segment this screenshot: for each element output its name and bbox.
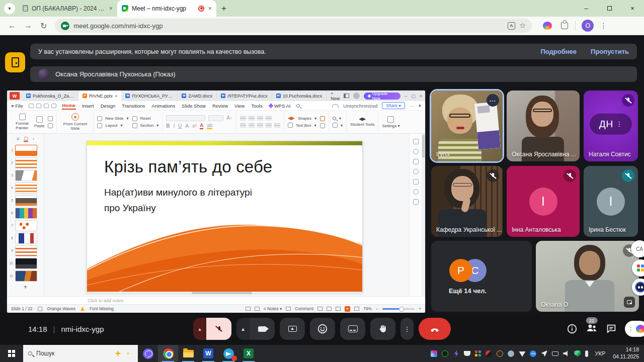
- wps-minimize-icon[interactable]: –: [405, 94, 407, 99]
- participant-tile-kafedra[interactable]: Кафедра Української ...: [431, 166, 503, 237]
- search-icon[interactable]: [296, 104, 300, 108]
- design-tool-icon[interactable]: [413, 159, 419, 164]
- font-missing-warning[interactable]: Font Missing: [90, 306, 114, 311]
- more-tool-icon[interactable]: [413, 199, 419, 205]
- vertical-scrollbar[interactable]: [422, 134, 425, 296]
- tray-mic-icon[interactable]: [585, 350, 588, 357]
- tray-wifi-icon[interactable]: [519, 350, 525, 357]
- font-size-select[interactable]: [208, 115, 223, 121]
- tray-bolt-icon[interactable]: [453, 350, 459, 357]
- wps-doc-tab-active[interactable]: PRIVNE.pptx×: [78, 90, 121, 101]
- line-spacing-icon[interactable]: [266, 116, 272, 121]
- extension-brain-icon[interactable]: [543, 22, 552, 30]
- file-menu[interactable]: ≡ File: [11, 103, 23, 109]
- more-options-button[interactable]: ⋮: [400, 318, 414, 340]
- panel-expand-icon[interactable]: ›: [33, 136, 34, 141]
- task-pane-icon[interactable]: [246, 307, 251, 311]
- slide-thumbnail[interactable]: 11: [7, 269, 44, 282]
- taskbar-app-telegram[interactable]: [218, 345, 238, 362]
- close-tab-icon[interactable]: ×: [109, 5, 113, 12]
- align-right-icon[interactable]: [257, 123, 263, 128]
- taskbar-clock[interactable]: 14:18 04.11.2025: [613, 346, 639, 360]
- more-participants-tile[interactable]: C P Ещё 14 чел.: [431, 241, 532, 312]
- extensions-puzzle-icon[interactable]: [561, 22, 568, 29]
- columns-icon[interactable]: [274, 123, 280, 128]
- align-left-icon[interactable]: [240, 123, 246, 128]
- tray-steam-icon[interactable]: [508, 350, 514, 357]
- taskbar-app-explorer[interactable]: [178, 345, 198, 362]
- upgrade-button[interactable]: Upgrade Now: [364, 93, 400, 100]
- comment-icon[interactable]: [286, 307, 291, 311]
- wps-doc-tab[interactable]: WЛІТЕРАТУРАе.docx: [217, 90, 272, 101]
- cut-icon[interactable]: [48, 116, 53, 121]
- normal-view-icon[interactable]: [317, 307, 323, 311]
- wps-user-avatar[interactable]: [353, 93, 360, 99]
- slide-thumbnail[interactable]: 10: [7, 257, 44, 269]
- zoom-in-button[interactable]: +: [419, 306, 421, 311]
- wps-doc-tab[interactable]: W10.Puchonska.docx: [272, 90, 327, 101]
- sidebar-toggle-icon[interactable]: [255, 307, 260, 311]
- slide[interactable]: Крізь пам’ять до себе Нар(ат)иви минулог…: [87, 141, 363, 293]
- slide-thumbnail[interactable]: 8: [7, 232, 44, 244]
- raise-hand-button[interactable]: [370, 318, 395, 340]
- bullets-icon[interactable]: [240, 116, 246, 121]
- slide-thumbnail[interactable]: 4: [7, 182, 44, 194]
- extension-door-badge[interactable]: [5, 52, 25, 72]
- format-painter-button[interactable]: Format Painter: [14, 114, 31, 130]
- split-view-icon[interactable]: [344, 94, 349, 98]
- picture-icon[interactable]: [320, 116, 325, 121]
- new-slide-button[interactable]: New Slide ▾: [97, 116, 128, 121]
- menu-tab-review[interactable]: Review: [212, 103, 228, 109]
- taskbar-search[interactable]: Пошук: [23, 345, 138, 362]
- slide-thumbnail[interactable]: 7: [7, 219, 44, 232]
- find-icon[interactable]: [333, 117, 336, 120]
- layout-button[interactable]: Layout ▾: [97, 123, 128, 128]
- slide-thumbnail[interactable]: 1: [7, 144, 44, 156]
- comment-toggle[interactable]: Comment: [295, 306, 313, 311]
- properties-tool-icon[interactable]: [413, 139, 419, 144]
- tray-shield-green-icon[interactable]: [442, 350, 448, 357]
- taskbar-app-chrome[interactable]: [158, 345, 178, 362]
- menu-tab-slideshow[interactable]: Slide Show: [181, 103, 206, 109]
- align-center-icon[interactable]: [249, 123, 255, 128]
- comment-tool-icon[interactable]: [413, 179, 419, 185]
- theme-name[interactable]: Orange Waves: [47, 306, 75, 311]
- slide-thumbnail[interactable]: 6: [7, 207, 44, 219]
- group-icon[interactable]: [320, 123, 325, 128]
- slide-thumbnail[interactable]: 5: [7, 194, 44, 207]
- back-icon[interactable]: ←: [8, 21, 16, 30]
- slide-thumbnail[interactable]: 2: [7, 156, 44, 169]
- quick-access-icons[interactable]: [29, 104, 56, 108]
- menu-tab-wps-ai[interactable]: WPS AI: [269, 103, 291, 109]
- outline-view-icon[interactable]: ≡: [17, 136, 19, 141]
- people-button[interactable]: 22: [586, 322, 598, 336]
- collapse-ribbon-icon[interactable]: ▾: [419, 103, 421, 109]
- bookmark-star-icon[interactable]: ☆: [519, 21, 526, 30]
- browser-profile-avatar[interactable]: O: [582, 20, 594, 32]
- strikethrough-icon[interactable]: A: [185, 123, 189, 129]
- horizontal-scrollbar[interactable]: [87, 292, 363, 294]
- close-doc-icon[interactable]: ×: [115, 94, 117, 99]
- settings-button[interactable]: Settings ▾: [382, 116, 399, 128]
- tray-keyboard-icon[interactable]: [552, 351, 558, 356]
- text-box-button[interactable]: Text Box ▾: [288, 123, 316, 128]
- details-button[interactable]: Подробнее: [540, 48, 577, 55]
- wps-logo[interactable]: W: [10, 92, 20, 100]
- underline-icon[interactable]: U: [178, 123, 182, 129]
- camera-options-chevron[interactable]: ▴: [236, 318, 250, 340]
- menu-tab-animations[interactable]: Animations: [151, 103, 176, 109]
- slide-thumbnail[interactable]: 9: [7, 244, 44, 257]
- slide-sorter-icon[interactable]: [327, 307, 332, 311]
- browser-menu-icon[interactable]: ⋮: [600, 22, 607, 30]
- wps-doc-tab[interactable]: WPukhonska_O_Zakoс: [22, 90, 78, 101]
- refresh-icon[interactable]: ↻: [40, 21, 47, 31]
- superscript-icon[interactable]: x²: [192, 123, 196, 129]
- browser-tab-1[interactable]: ОП (БАКАЛАВР) - 2024 рік впр ×: [18, 0, 117, 17]
- fit-slide-icon[interactable]: [354, 307, 359, 311]
- tray-zoom-icon[interactable]: zm: [530, 350, 536, 357]
- tray-defender-icon[interactable]: [574, 350, 581, 357]
- extension-overlay-button[interactable]: ⋮: [625, 321, 644, 337]
- history-tool-icon[interactable]: [413, 169, 419, 174]
- language-indicator[interactable]: УКР: [595, 350, 605, 356]
- wps-restore-icon[interactable]: ▢: [411, 94, 416, 99]
